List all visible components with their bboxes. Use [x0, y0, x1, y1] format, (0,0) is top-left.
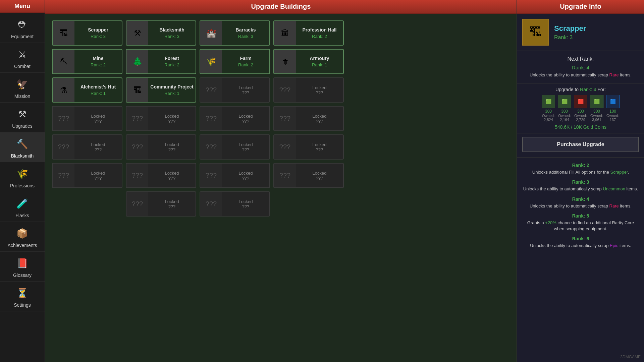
alchemist-name: Alchemist's Hut — [80, 84, 116, 89]
building-card-community-project[interactable]: 🏗 Community Project Rank: 1 — [126, 77, 196, 103]
locked-label: Locked — [165, 114, 179, 119]
locked-qqq: ??? — [242, 147, 250, 152]
building-card-locked-4-3[interactable]: ??? Locked ??? — [200, 106, 270, 131]
locked-qqq: ??? — [95, 176, 102, 181]
sidebar-item-achievements[interactable]: 📦 Achievements — [0, 222, 45, 252]
sidebar-item-mission[interactable]: 🦅 Mission — [0, 73, 45, 103]
building-card-locked-3-4[interactable]: ??? Locked ??? — [273, 77, 344, 103]
gold-cost: 540.6K / 10K Gold Coins — [522, 124, 639, 130]
next-rank-rare-highlight: Rare — [609, 72, 619, 77]
rank-3-text: Unlocks the ability to automatically scr… — [522, 186, 639, 192]
building-card-locked-5-2[interactable]: ??? Locked ??? — [126, 134, 196, 160]
lock-icon: ??? — [274, 164, 296, 187]
building-card-locked-5-1[interactable]: ??? Locked ??? — [52, 134, 122, 160]
sidebar-item-blacksmith[interactable]: 🔨 Blacksmith — [0, 132, 45, 162]
building-card-locked-4-4[interactable]: ??? Locked ??? — [273, 106, 344, 131]
farm-info: Farm Rank: 2 — [222, 54, 269, 69]
armoury-name: Armoury — [310, 56, 329, 61]
locked-qqq: ??? — [95, 119, 102, 124]
building-card-locked-5-4[interactable]: ??? Locked ??? — [273, 134, 344, 160]
cost-items: 🟩 300 Owned: 2,824 🟩 300 Owned: 2,164 🟥 … — [522, 95, 639, 122]
building-card-armoury[interactable]: 🗡 Armoury Rank: 1 — [273, 49, 344, 74]
sidebar-item-label: Combat — [14, 64, 31, 69]
sidebar-item-settings[interactable]: ⏳ Settings — [0, 282, 45, 311]
alchemist-thumb: ⚗ — [53, 78, 74, 102]
building-card-locked-7-3[interactable]: ??? Locked ??? — [200, 191, 270, 217]
locked-info: Locked ??? — [148, 197, 196, 211]
lock-icon: ??? — [200, 135, 222, 159]
cost-owned-4: Owned: — [590, 114, 603, 118]
grid-row-2: ⛏ Mine Rank: 2 🌲 Forest Rank: 2 🌾 Farm R… — [52, 49, 510, 74]
locked-label: Locked — [239, 199, 253, 204]
combat-icon: ⚔ — [15, 47, 30, 62]
scrapper-info: Scrapper Rank: 3 — [74, 25, 122, 41]
lock-icon: ??? — [126, 107, 148, 130]
building-card-barracks[interactable]: 🏰 Barracks Rank: 3 — [200, 20, 270, 46]
locked-qqq: ??? — [168, 147, 176, 152]
building-card-locked-6-2[interactable]: ??? Locked ??? — [126, 163, 196, 188]
right-panel: Upgrade Info 🏗 Scrapper Rank: 3 Next Ran… — [517, 0, 644, 362]
building-card-locked-4-1[interactable]: ??? Locked ??? — [52, 106, 122, 131]
sidebar-item-label: Achievements — [8, 243, 37, 248]
cost-section: Upgrade to Rank: 4 For: 🟩 300 Owned: 2,8… — [517, 83, 644, 133]
profession-hall-name: Profession Hall — [303, 27, 337, 33]
locked-label: Locked — [239, 171, 253, 176]
barracks-thumb: 🏰 — [200, 21, 222, 45]
building-card-locked-7-2[interactable]: ??? Locked ??? — [126, 191, 196, 217]
blacksmith-rank: Rank: 3 — [164, 34, 179, 39]
next-rank-desc-suffix: items. — [619, 72, 632, 77]
building-card-locked-6-4[interactable]: ??? Locked ??? — [273, 163, 344, 188]
sidebar-item-glossary[interactable]: 📕 Glossary — [0, 252, 45, 282]
upgrade-name: Scrapper — [554, 24, 586, 33]
armoury-rank: Rank: 1 — [312, 62, 327, 67]
sidebar-item-combat[interactable]: ⚔ Combat — [0, 43, 45, 73]
building-card-locked-5-3[interactable]: ??? Locked ??? — [200, 134, 270, 160]
forest-rank: Rank: 2 — [164, 62, 179, 67]
rank-desc-2: Rank: 2 Unlocks additional Fill All opti… — [522, 163, 639, 175]
building-card-forest[interactable]: 🌲 Forest Rank: 2 — [126, 49, 196, 74]
rare-highlight: Rare — [609, 203, 619, 208]
building-card-locked-3-3[interactable]: ??? Locked ??? — [200, 77, 270, 103]
building-card-locked-6-3[interactable]: ??? Locked ??? — [200, 163, 270, 188]
next-rank-title: Next Rank: — [522, 56, 639, 62]
sidebar-item-equipment[interactable]: ⛑ Equipment — [0, 13, 45, 43]
sidebar-item-label: Equipment — [11, 34, 34, 39]
cost-icon-4: 🟩 — [590, 95, 603, 108]
sidebar-item-professions[interactable]: 🌾 Professions — [0, 162, 45, 192]
sidebar-item-label: Professions — [10, 183, 35, 188]
scrapper-thumb: 🏗 — [53, 21, 74, 45]
building-card-locked-4-2[interactable]: ??? Locked ??? — [126, 106, 196, 131]
building-card-locked-6-1[interactable]: ??? Locked ??? — [52, 163, 122, 188]
mission-icon: 🦅 — [15, 77, 30, 92]
locked-label: Locked — [313, 142, 327, 147]
scrapper-highlight: Scrapper — [610, 170, 628, 175]
building-card-farm[interactable]: 🌾 Farm Rank: 2 — [200, 49, 270, 74]
locked-label: Locked — [165, 142, 179, 147]
locked-label: Locked — [239, 142, 253, 147]
cost-item-5: 🟦 100 Owned: 137 — [606, 95, 620, 122]
sidebar-item-flasks[interactable]: 🧪 Flasks — [0, 192, 45, 222]
purchase-upgrade-button[interactable]: Purchase Upgrade — [522, 137, 639, 152]
forest-info: Forest Rank: 2 — [148, 54, 196, 69]
cost-icon-5: 🟦 — [606, 95, 620, 108]
cost-amount-5: 100 — [609, 109, 616, 114]
sidebar-item-upgrades[interactable]: ⚒ Upgrades — [0, 103, 45, 132]
scrapper-rank: Rank: 3 — [91, 34, 106, 39]
cost-title: Upgrade to Rank: 4 For: — [522, 87, 639, 92]
forest-name: Forest — [165, 56, 179, 61]
community-project-rank: Rank: 1 — [164, 91, 179, 96]
building-card-blacksmith[interactable]: ⚒ Blacksmith Rank: 3 — [126, 20, 196, 46]
locked-qqq: ??? — [95, 147, 102, 152]
upgrade-selected-icon: 🏗 — [522, 19, 549, 46]
building-card-alchemist[interactable]: ⚗ Alchemist's Hut Rank: 1 — [52, 77, 122, 103]
locked-label: Locked — [91, 171, 105, 176]
mine-rank: Rank: 2 — [91, 62, 106, 67]
cost-owned-5: Owned: — [606, 114, 619, 118]
community-project-name: Community Project — [150, 84, 193, 89]
building-card-scrapper[interactable]: 🏗 Scrapper Rank: 3 — [52, 20, 122, 46]
rank-6-label: Rank: 6 — [522, 236, 639, 241]
building-card-mine[interactable]: ⛏ Mine Rank: 2 — [52, 49, 122, 74]
cost-icon-2: 🟩 — [558, 95, 571, 108]
building-card-profession-hall[interactable]: 🏛 Profession Hall Rank: 2 — [273, 20, 344, 46]
cost-owned-val-3: 2,729 — [576, 118, 585, 122]
